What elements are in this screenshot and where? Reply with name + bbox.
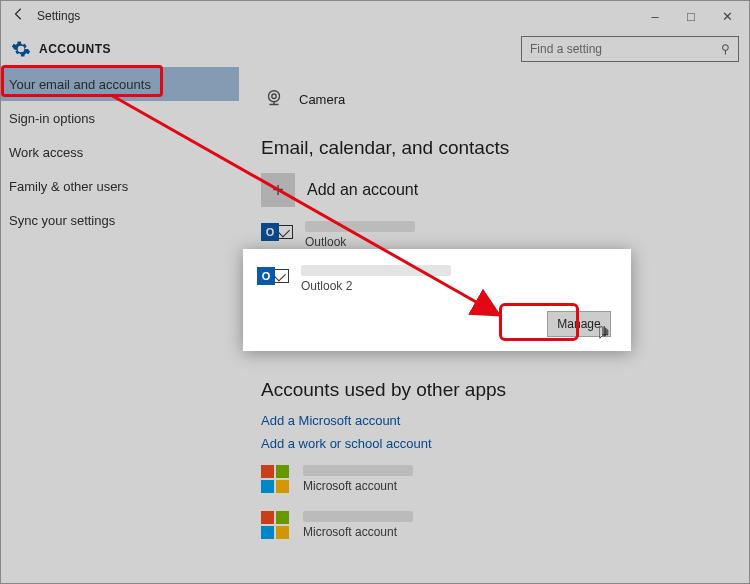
titlebar: Settings – □ ✕ xyxy=(1,1,749,31)
camera-label: Camera xyxy=(299,92,345,107)
sidebar-item-family[interactable]: Family & other users xyxy=(1,169,239,203)
microsoft-logo-icon xyxy=(261,465,289,493)
svg-point-0 xyxy=(269,91,280,102)
maximize-button[interactable]: □ xyxy=(673,9,709,24)
window-title: Settings xyxy=(37,9,80,23)
sidebar-item-work-access[interactable]: Work access xyxy=(1,135,239,169)
account-service: Microsoft account xyxy=(303,525,397,539)
page-title: ACCOUNTS xyxy=(39,42,111,56)
account-email-redacted xyxy=(301,265,451,276)
account-service: Microsoft account xyxy=(303,479,397,493)
ms-account-row-1[interactable]: Microsoft account xyxy=(261,459,727,499)
link-add-work-account[interactable]: Add a work or school account xyxy=(261,436,727,451)
account-row-outlook2[interactable]: O Outlook 2 xyxy=(257,259,617,299)
outlook-icon: O xyxy=(257,265,291,293)
sidebar-item-signin[interactable]: Sign-in options xyxy=(1,101,239,135)
search-placeholder: Find a setting xyxy=(530,42,602,56)
back-button[interactable] xyxy=(5,7,33,25)
sidebar-item-sync[interactable]: Sync your settings xyxy=(1,203,239,237)
sidebar: Your email and accounts Sign-in options … xyxy=(1,67,239,583)
link-add-ms-account[interactable]: Add a Microsoft account xyxy=(261,413,727,428)
account-service: Outlook 2 xyxy=(301,279,352,293)
section-email-title: Email, calendar, and contacts xyxy=(261,137,727,159)
search-input[interactable]: Find a setting ⚲ xyxy=(521,36,739,62)
outlook-icon: O xyxy=(261,221,295,249)
camera-icon xyxy=(263,88,285,110)
plus-icon: + xyxy=(261,173,295,207)
section-other-apps-title: Accounts used by other apps xyxy=(261,379,727,401)
gear-icon xyxy=(11,39,31,59)
close-button[interactable]: ✕ xyxy=(709,9,745,24)
manage-button[interactable]: Manage xyxy=(547,311,611,337)
selected-account-card: O Outlook 2 Manage xyxy=(243,249,631,351)
minimize-button[interactable]: – xyxy=(637,9,673,24)
account-email-redacted xyxy=(303,465,413,476)
search-icon: ⚲ xyxy=(721,42,730,56)
account-email-redacted xyxy=(305,221,415,232)
microsoft-logo-icon xyxy=(261,511,289,539)
account-email-redacted xyxy=(303,511,413,522)
settings-header: ACCOUNTS Find a setting ⚲ xyxy=(1,31,749,67)
add-account-label: Add an account xyxy=(307,181,418,199)
ms-account-row-2[interactable]: Microsoft account xyxy=(261,505,727,545)
settings-window: Settings – □ ✕ ACCOUNTS Find a setting ⚲… xyxy=(0,0,750,584)
camera-row[interactable]: Camera xyxy=(261,75,727,123)
add-account-button[interactable]: + Add an account xyxy=(261,171,727,209)
sidebar-item-your-email[interactable]: Your email and accounts xyxy=(1,67,239,101)
svg-point-1 xyxy=(272,94,276,98)
account-service: Outlook xyxy=(305,235,346,249)
